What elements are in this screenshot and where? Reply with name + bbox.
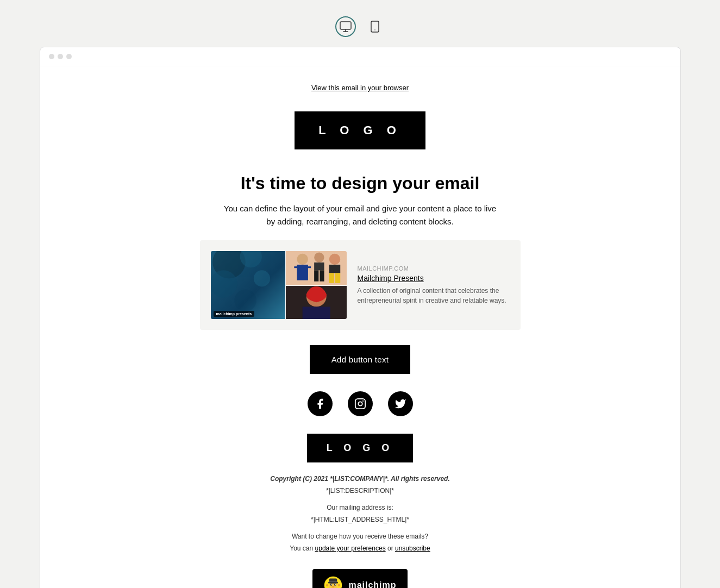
card-image-right-bottom: [286, 286, 347, 320]
footer-change-label: Want to change how you receive these ema…: [292, 533, 428, 540]
chrome-dot-yellow: [58, 54, 63, 59]
footer-mailing-label: Our mailing address is:: [327, 504, 393, 511]
card-image-right-top: [286, 251, 347, 285]
svg-rect-19: [329, 265, 340, 273]
svg-rect-0: [340, 22, 351, 29]
footer-logo-image: L O G O: [307, 434, 414, 462]
svg-point-10: [297, 254, 308, 265]
svg-point-37: [338, 584, 341, 586]
facebook-icon[interactable]: [308, 391, 333, 416]
svg-rect-13: [306, 266, 311, 268]
view-in-browser-section: View this email in your browser: [311, 77, 409, 96]
mobile-view-button[interactable]: [365, 16, 385, 37]
svg-point-14: [314, 253, 324, 262]
mailchimp-badge-card-text: mailchimp presents: [216, 312, 252, 316]
svg-rect-15: [314, 262, 324, 270]
svg-point-29: [330, 584, 333, 586]
svg-rect-23: [303, 306, 330, 319]
content-card: mailchimp presents: [200, 240, 521, 330]
svg-rect-12: [294, 266, 298, 268]
svg-point-36: [326, 584, 329, 586]
device-toolbar: [335, 11, 385, 47]
svg-point-8: [253, 270, 270, 286]
instagram-icon[interactable]: [348, 391, 373, 416]
logo-image: L O G O: [295, 111, 425, 149]
svg-rect-21: [335, 273, 340, 283]
card-image-collage: mailchimp presents: [211, 251, 347, 319]
email-body-paragraph: You can define the layout of your email …: [219, 202, 502, 228]
footer-logo-block: L O G O: [307, 434, 414, 462]
email-body: View this email in your browser L O G O …: [40, 66, 680, 588]
logo-block: L O G O: [295, 111, 425, 149]
view-in-browser-link[interactable]: View this email in your browser: [311, 84, 409, 92]
svg-rect-17: [320, 270, 324, 281]
card-description: A collection of original content that ce…: [358, 286, 510, 305]
social-icons-row: [308, 391, 413, 416]
footer-mailing: Our mailing address is: *|HTML:LIST_ADDR…: [311, 502, 409, 526]
svg-point-18: [329, 254, 340, 265]
svg-point-7: [211, 270, 237, 297]
svg-rect-39: [328, 581, 338, 583]
svg-point-32: [335, 584, 336, 584]
svg-rect-3: [371, 21, 379, 32]
svg-point-31: [331, 584, 332, 584]
email-preview-window: View this email in your browser L O G O …: [40, 47, 681, 588]
svg-rect-40: [329, 580, 337, 581]
card-title-link[interactable]: Mailchimp Presents: [358, 274, 510, 283]
mailchimp-monkey-icon: [323, 576, 343, 588]
svg-rect-20: [329, 273, 334, 283]
svg-point-25: [358, 402, 362, 405]
mailchimp-badge-card: mailchimp presents: [214, 311, 255, 317]
svg-point-9: [234, 290, 256, 311]
svg-point-26: [362, 401, 363, 402]
card-site-name: MAILCHIMP.COM: [358, 265, 510, 272]
footer-copyright-text: Copyright (C) 2021 *|LIST:COMPANY|*. All…: [270, 475, 450, 483]
footer-copyright: Copyright (C) 2021 *|LIST:COMPANY|*. All…: [270, 473, 450, 497]
footer-or-text: or: [386, 545, 395, 552]
chrome-dot-red: [49, 54, 54, 59]
card-text-content: MAILCHIMP.COM Mailchimp Presents A colle…: [358, 265, 510, 305]
svg-rect-24: [355, 399, 365, 409]
mailchimp-footer-badge[interactable]: mailchimp: [312, 569, 407, 588]
svg-rect-16: [314, 270, 318, 281]
unsubscribe-link[interactable]: unsubscribe: [395, 545, 430, 552]
footer-preferences: Want to change how you receive these ema…: [290, 531, 430, 554]
footer-list-description: *|LIST:DESCRIPTION|*: [326, 487, 394, 495]
twitter-icon[interactable]: [388, 391, 413, 416]
card-image-left: mailchimp presents: [211, 251, 286, 319]
svg-point-33: [332, 585, 335, 587]
footer-change-prefix: You can: [290, 545, 315, 552]
window-chrome: [40, 47, 680, 66]
email-headline: It's time to design your email: [241, 173, 480, 193]
update-preferences-link[interactable]: update your preferences: [315, 545, 386, 552]
mailchimp-badge-label: mailchimp: [348, 580, 396, 588]
desktop-view-button[interactable]: [335, 16, 356, 37]
svg-point-30: [334, 584, 336, 586]
cta-button[interactable]: Add button text: [310, 345, 410, 374]
footer-mailing-address: *|HTML:LIST_ADDRESS_HTML|*: [311, 516, 409, 523]
chrome-dot-green: [66, 54, 72, 59]
